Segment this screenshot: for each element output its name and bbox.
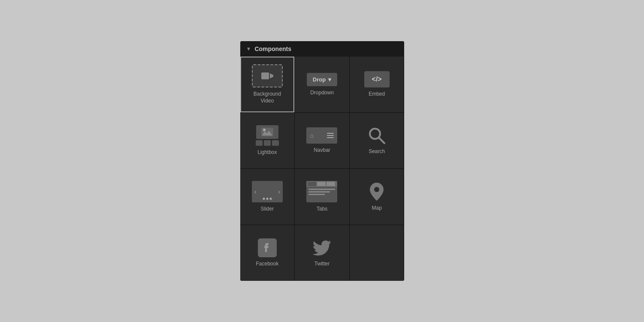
- tab-pill-1: [308, 182, 316, 186]
- components-panel: ▼ Components BackgroundVideo Drop ▾: [240, 41, 404, 281]
- lightbox-icon-box: [256, 125, 279, 146]
- slider-right-arrow-icon: ›: [278, 188, 280, 195]
- svg-point-4: [263, 129, 266, 131]
- search-label: Search: [369, 148, 385, 155]
- navbar-icon: ⌂: [306, 127, 337, 144]
- background-video-label: BackgroundVideo: [254, 91, 281, 104]
- slider-dots: [263, 198, 272, 200]
- lightbox-thumbnails: [256, 140, 279, 146]
- lightbox-label: Lightbox: [257, 149, 277, 156]
- svg-rect-0: [261, 72, 269, 79]
- empty-cell: [350, 225, 404, 281]
- embed-icon: </>: [364, 71, 390, 87]
- facebook-icon-box: [258, 238, 277, 257]
- tab-pill-2: [317, 182, 326, 186]
- lightbox-icon: [256, 125, 279, 146]
- tab-pill-3: [327, 182, 335, 186]
- component-map[interactable]: Map: [350, 169, 404, 225]
- component-dropdown[interactable]: Drop ▾ Dropdown: [295, 57, 349, 112]
- component-tabs[interactable]: Tabs: [295, 169, 349, 225]
- lightbox-top: [256, 125, 278, 139]
- facebook-icon: [258, 238, 277, 257]
- dropdown-icon-box: Drop ▾: [307, 73, 337, 86]
- dropdown-text: Drop: [313, 76, 326, 83]
- navbar-house-icon: ⌂: [310, 132, 313, 139]
- map-icon-box: [368, 182, 385, 202]
- tabs-line-3: [308, 194, 324, 195]
- map-pin-icon: [368, 182, 385, 202]
- slider-label: Slider: [260, 206, 274, 213]
- slider-dot-2: [266, 198, 268, 200]
- navbar-label: Navbar: [314, 147, 330, 154]
- facebook-label: Facebook: [256, 261, 278, 268]
- video-camera-svg: [261, 72, 273, 80]
- navbar-line-2: [327, 135, 334, 136]
- component-facebook[interactable]: Facebook: [240, 225, 295, 281]
- lightbox-thumb-1: [256, 140, 263, 146]
- slider-dot-3: [269, 198, 272, 200]
- component-background-video[interactable]: BackgroundVideo: [240, 57, 295, 112]
- navbar-line-1: [327, 133, 334, 134]
- twitter-icon-box: [312, 238, 331, 257]
- tabs-bar: [306, 181, 337, 187]
- tabs-icon-box: [306, 181, 337, 202]
- map-label: Map: [372, 205, 381, 212]
- svg-marker-1: [270, 73, 273, 78]
- component-embed[interactable]: </> Embed: [350, 57, 404, 112]
- embed-icon-box: </>: [364, 71, 390, 87]
- component-lightbox[interactable]: Lightbox: [240, 113, 295, 169]
- slider-icon-box: ‹ ›: [252, 181, 283, 202]
- panel-title: Components: [254, 45, 291, 52]
- svg-point-7: [374, 187, 379, 192]
- panel-header: ▼ Components: [240, 41, 404, 57]
- svg-line-6: [379, 138, 384, 143]
- search-icon: [367, 126, 386, 145]
- component-twitter[interactable]: Twitter: [295, 225, 349, 281]
- twitter-icon: [312, 238, 331, 257]
- embed-code-text: </>: [372, 75, 382, 83]
- twitter-label: Twitter: [314, 261, 330, 268]
- tabs-content: [306, 187, 337, 202]
- component-search[interactable]: Search: [350, 113, 404, 169]
- component-slider[interactable]: ‹ › Slider: [240, 169, 295, 225]
- navbar-icon-box: ⌂: [306, 127, 337, 144]
- tabs-label: Tabs: [317, 206, 327, 213]
- search-icon-box: [367, 126, 386, 145]
- component-navbar[interactable]: ⌂ Navbar: [295, 113, 349, 169]
- navbar-line-3: [327, 137, 334, 138]
- tabs-line-2: [308, 191, 330, 193]
- slider-icon: ‹ ›: [252, 181, 283, 202]
- slider-dot-1: [263, 198, 265, 200]
- tabs-line-1: [308, 189, 335, 190]
- collapse-arrow-icon[interactable]: ▼: [246, 46, 251, 52]
- background-video-icon-box: [252, 64, 283, 87]
- dropdown-arrow-icon: ▾: [328, 76, 331, 83]
- lightbox-image-svg: [261, 128, 273, 136]
- lightbox-thumb-2: [264, 140, 271, 146]
- background-video-icon: [252, 64, 283, 87]
- embed-label: Embed: [369, 91, 385, 98]
- dropdown-label: Dropdown: [310, 90, 334, 96]
- tabs-icon: [306, 181, 337, 202]
- navbar-lines-icon: [327, 133, 334, 138]
- lightbox-thumb-3: [272, 140, 279, 146]
- dropdown-icon: Drop ▾: [307, 73, 337, 86]
- components-grid: BackgroundVideo Drop ▾ Dropdown </> Embe…: [240, 57, 404, 281]
- slider-left-arrow-icon: ‹: [254, 188, 257, 195]
